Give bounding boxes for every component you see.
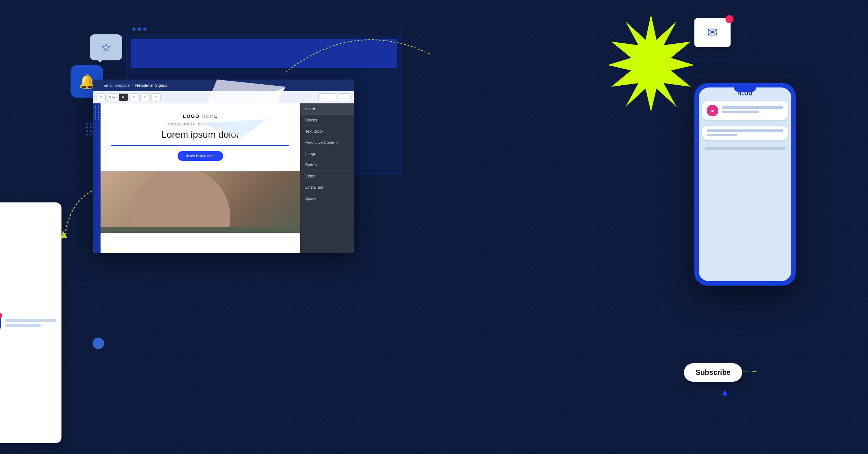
toolbar-btn-align2[interactable]: ≡	[140, 93, 150, 101]
phone-card-line-3	[707, 129, 783, 132]
toolbar-btn-dark[interactable]: ■	[119, 93, 128, 101]
sidebar-item-image[interactable]: Image	[300, 148, 354, 159]
scene: ☆ 🔔 ✉	[0, 0, 868, 454]
avatar-icon-1: ●	[711, 108, 714, 113]
sidebar-item-video[interactable]: Video	[300, 171, 354, 182]
toolbar-btn-align-left[interactable]: ≡	[96, 93, 106, 101]
ldot	[98, 111, 99, 113]
cursor-icon: ▲	[720, 387, 729, 398]
sdot	[86, 123, 88, 125]
email-card-lines	[5, 319, 56, 327]
avatar-bottom-left	[93, 338, 104, 349]
toolbar-btn-extra2[interactable]	[338, 93, 351, 101]
phone-notch	[734, 87, 756, 92]
sdot	[90, 127, 92, 128]
sidebar-item-spacer[interactable]: Spacer	[300, 193, 354, 204]
title-separator: /	[132, 83, 133, 87]
browser-dot-1	[132, 27, 136, 31]
svg-marker-0	[608, 14, 694, 112]
svg-marker-4	[61, 231, 67, 239]
phone-card-lines-1	[722, 106, 783, 115]
ldot	[95, 116, 96, 118]
email-image-placeholder	[101, 171, 300, 233]
email-card-badge: 1	[0, 313, 2, 318]
phone-notification-card-2	[702, 126, 788, 140]
mail-badge	[726, 15, 733, 23]
editor-insert-sidebar: Insert Blocks Text Block Predictive Cont…	[300, 103, 354, 253]
email-divider	[111, 145, 289, 146]
ldot	[95, 106, 96, 108]
toolbar-px-input[interactable]: 0 px	[107, 93, 117, 101]
star-bubble: ☆	[90, 34, 122, 60]
email-card-icon: ✉ 1	[0, 314, 1, 331]
bell-icon: 🔔	[78, 73, 95, 89]
sidebar-item-blocks[interactable]: Blocks	[300, 115, 354, 126]
svg-marker-2	[199, 119, 268, 137]
mail-envelope: ✉	[694, 18, 731, 47]
ldot	[98, 116, 99, 118]
sdot	[86, 134, 88, 136]
sdot	[90, 130, 92, 132]
sidebar-item-insert[interactable]: Insert	[300, 103, 354, 115]
phone-inner: 4:00 ●	[699, 87, 791, 281]
browser-dot-3	[143, 27, 146, 31]
paper-plane-svg	[195, 58, 289, 137]
ldot	[98, 114, 99, 115]
phone-card-line-4	[707, 134, 737, 136]
phone-card-line-1	[722, 106, 783, 109]
phone-notification-card-1: ●	[702, 101, 788, 120]
phone-mockup: 4:00 ●	[694, 83, 796, 286]
starburst-svg	[600, 11, 702, 112]
page-name: Newsletter Signup	[135, 83, 167, 87]
sidebar-item-predictive-content[interactable]: Predictive Content	[300, 137, 354, 148]
toolbar-btn-extra1[interactable]	[318, 93, 336, 101]
chevron-icon: ›	[97, 83, 98, 88]
phone-card-line-2	[722, 111, 759, 113]
browser-dot-2	[138, 27, 141, 31]
editor-left-bar	[93, 103, 101, 253]
ldot	[98, 109, 99, 110]
paper-plane-decoration	[195, 58, 289, 137]
envelope-icon: ✉	[707, 25, 718, 40]
ldot	[95, 119, 96, 120]
left-dot-group	[95, 106, 99, 120]
email-cta-wrap: Insert button here	[111, 151, 289, 161]
email-notification-card: ✉ 1	[0, 202, 61, 443]
phone-avatar-1: ●	[707, 105, 718, 116]
lime-arrow-icon: — →	[743, 368, 757, 375]
sidebar-item-text-block[interactable]: Text Block	[300, 126, 354, 137]
star-icon: ☆	[101, 40, 111, 54]
sidebar-item-button[interactable]: Button	[300, 159, 354, 171]
template-label: Email template	[103, 83, 130, 87]
ldot	[95, 111, 96, 113]
toolbar-btn-align3[interactable]: ≡	[151, 93, 161, 101]
email-card-line-1	[5, 319, 56, 322]
sdot	[86, 130, 88, 132]
ldot	[98, 106, 99, 108]
sidebar-item-line-break[interactable]: Line Break	[300, 182, 354, 193]
phone-card-lines-2	[707, 129, 783, 136]
sdot	[86, 127, 88, 128]
starburst-decoration	[600, 11, 702, 112]
sdot	[90, 123, 92, 125]
phone-bottom-bar	[705, 147, 786, 150]
subscribe-button[interactable]: Subscribe	[684, 363, 742, 382]
ldot	[95, 109, 96, 110]
email-card-line-2	[5, 324, 41, 327]
sdot	[90, 134, 92, 136]
ldot	[95, 114, 96, 115]
toolbar-btn-align1[interactable]: ≡	[129, 93, 139, 101]
email-cta-button[interactable]: Insert button here	[178, 151, 223, 161]
ldot	[98, 119, 99, 120]
